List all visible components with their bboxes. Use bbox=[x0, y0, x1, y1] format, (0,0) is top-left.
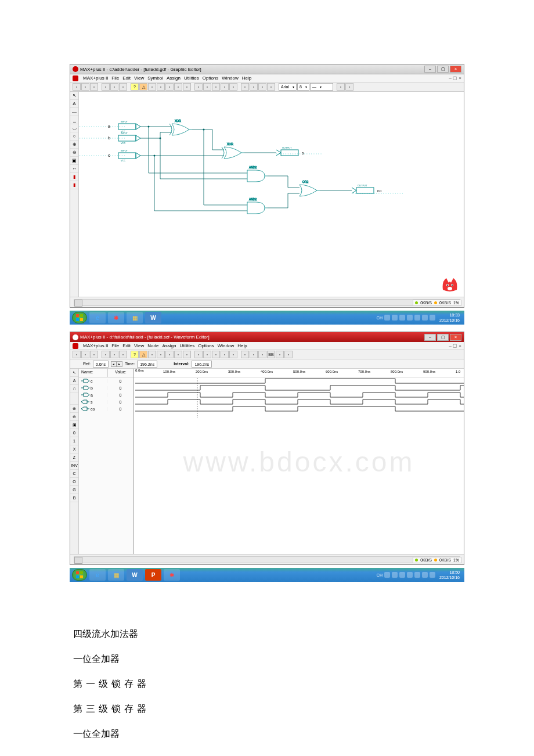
value-c-icon[interactable]: C bbox=[70, 470, 78, 478]
toolbar-button[interactable]: ▫ bbox=[337, 83, 345, 91]
toolbar-button[interactable]: ▫ bbox=[229, 351, 237, 358]
toolbar-button[interactable]: △ bbox=[139, 351, 147, 358]
toolbar-button[interactable]: ▫ bbox=[267, 83, 275, 91]
toolbar-button[interactable]: ▫ bbox=[241, 351, 249, 358]
menu-item[interactable]: MAX+plus II bbox=[83, 343, 108, 348]
minimize-button[interactable]: – bbox=[424, 334, 436, 341]
text-tool-icon[interactable]: A bbox=[70, 377, 78, 385]
toolbar-button[interactable]: ▫ bbox=[183, 83, 191, 91]
taskbar-app-icon[interactable]: ✱ bbox=[108, 312, 124, 323]
value-x-icon[interactable]: X bbox=[70, 445, 78, 453]
menu-item[interactable]: File bbox=[111, 343, 119, 348]
menu-item[interactable]: Symbol bbox=[147, 75, 163, 81]
menu-item[interactable]: Options bbox=[203, 75, 219, 81]
toolbar-button[interactable]: ▫ bbox=[194, 351, 203, 358]
fontsize-select[interactable]: 8 bbox=[297, 83, 309, 91]
menu-item[interactable]: File bbox=[111, 75, 119, 81]
tool-icon[interactable]: ▮ bbox=[70, 181, 78, 189]
tray-icon[interactable] bbox=[407, 572, 413, 578]
taskbar-app-icon[interactable]: ✱ bbox=[164, 569, 180, 581]
windows-taskbar[interactable]: e ✱ ▦ W CH 18:33 2012/10/16 bbox=[70, 311, 464, 325]
value-1-icon[interactable]: 1 bbox=[70, 437, 78, 445]
menu-item[interactable]: View bbox=[134, 75, 144, 81]
value-g-icon[interactable]: G bbox=[70, 486, 78, 494]
zoomout-tool-icon[interactable]: ⊖ bbox=[70, 149, 78, 157]
pointer-tool-icon[interactable]: ↖ bbox=[70, 369, 78, 377]
menu-item[interactable]: Help bbox=[242, 75, 251, 81]
taskbar-ie-icon[interactable]: e bbox=[89, 312, 106, 323]
linestyle-select[interactable]: — bbox=[310, 83, 333, 91]
toolbar-button[interactable]: ▫ bbox=[90, 351, 98, 358]
toolbar-button[interactable]: ▫ bbox=[110, 83, 118, 91]
toolbar-button[interactable]: ▫ bbox=[241, 83, 249, 91]
toolbar-button[interactable]: ▫ bbox=[157, 351, 165, 358]
tray-icon[interactable] bbox=[422, 315, 428, 321]
tray-icon[interactable] bbox=[414, 572, 420, 578]
menu-item[interactable]: Edit bbox=[122, 343, 131, 348]
value-b-icon[interactable]: B bbox=[70, 494, 78, 502]
toolbar-button[interactable]: ▫ bbox=[174, 351, 182, 358]
toolbar-button[interactable]: ▫ bbox=[221, 351, 229, 358]
system-tray[interactable]: CH 18:33 2012/10/16 bbox=[377, 312, 462, 323]
menu-item[interactable]: Utilities bbox=[184, 75, 199, 81]
toolbar-button[interactable]: ▫ bbox=[165, 83, 174, 91]
menu-item[interactable]: MAX+plus II bbox=[83, 75, 108, 81]
tray-icon[interactable] bbox=[399, 572, 405, 578]
menu-item[interactable]: Node bbox=[147, 343, 158, 348]
toolbar-button[interactable]: ▫ bbox=[203, 83, 211, 91]
taskbar-explorer-icon[interactable]: ▦ bbox=[127, 312, 143, 323]
pointer-tool-icon[interactable]: ↖ bbox=[70, 92, 78, 100]
line-tool-icon[interactable]: — bbox=[70, 108, 78, 116]
close-button[interactable]: × bbox=[450, 334, 461, 341]
toolbar-button[interactable]: ▫ bbox=[284, 351, 293, 358]
toolbar-button[interactable]: ▫ bbox=[229, 83, 237, 91]
app-menu-icon[interactable] bbox=[73, 343, 78, 349]
toolbar-button[interactable]: ▫ bbox=[203, 351, 211, 358]
value-z-icon[interactable]: Z bbox=[70, 453, 78, 462]
toolbar-button[interactable]: ▫ bbox=[110, 351, 118, 358]
zoomin-tool-icon[interactable]: ⊕ bbox=[70, 141, 78, 149]
taskbar-clock[interactable]: 18:33 2012/10/16 bbox=[437, 312, 462, 323]
toolbar-button[interactable]: △ bbox=[139, 83, 147, 91]
taskbar-explorer-icon[interactable]: ▦ bbox=[108, 569, 124, 581]
menu-item[interactable]: Edit bbox=[122, 75, 131, 81]
toolbar-button[interactable]: ▫ bbox=[148, 351, 156, 358]
toolbar-button[interactable]: ▫ bbox=[250, 351, 258, 358]
circle-tool-icon[interactable]: ○ bbox=[70, 132, 78, 141]
system-tray[interactable]: CH 18:50 2012/10/16 bbox=[377, 570, 462, 580]
app-menu-icon[interactable] bbox=[73, 75, 78, 81]
menu-item[interactable]: Window bbox=[222, 75, 238, 81]
fit-tool-icon[interactable]: ▣ bbox=[70, 157, 78, 165]
zoomout-icon[interactable]: ⊖ bbox=[70, 413, 78, 421]
toolbar-button[interactable]: ▫ bbox=[81, 83, 89, 91]
toolbar-button[interactable]: ▫ bbox=[73, 83, 81, 91]
window-titlebar[interactable]: MAX+plus II - c:\adder\adder - [fulladd.… bbox=[70, 64, 464, 74]
mdi-close-button[interactable]: – ▢ × bbox=[449, 75, 461, 81]
start-button[interactable] bbox=[72, 569, 87, 581]
tray-icon[interactable] bbox=[430, 572, 435, 578]
tray-icon[interactable] bbox=[384, 315, 390, 321]
maximize-button[interactable]: ▢ bbox=[437, 334, 449, 341]
signal-row[interactable]: b 0 bbox=[79, 384, 134, 391]
value-0-icon[interactable]: 0 bbox=[70, 429, 78, 437]
toolbar-button[interactable]: ▫ bbox=[212, 83, 220, 91]
tray-icon[interactable] bbox=[407, 315, 413, 321]
taskbar-clock[interactable]: 18:50 2012/10/16 bbox=[437, 570, 462, 580]
horizontal-scrollbar[interactable] bbox=[74, 556, 460, 563]
signal-row[interactable]: s 0 bbox=[79, 398, 134, 405]
toolbar-button[interactable]: ▫ bbox=[258, 351, 266, 358]
toolbar-button[interactable]: ▫ bbox=[258, 83, 266, 91]
close-button[interactable]: × bbox=[450, 66, 461, 73]
toolbar-button[interactable]: ? bbox=[131, 83, 139, 91]
taskbar-word-icon[interactable]: W bbox=[145, 312, 161, 323]
toolbar-button[interactable]: ? bbox=[131, 351, 139, 358]
toolbar-button[interactable]: BB bbox=[267, 351, 275, 358]
horizontal-scrollbar[interactable] bbox=[74, 299, 460, 306]
zoomin-icon[interactable]: ⊕ bbox=[70, 405, 78, 413]
start-button[interactable] bbox=[72, 312, 87, 323]
tool-icon[interactable]: ▮ bbox=[70, 173, 78, 181]
signal-row[interactable]: co 0 bbox=[79, 405, 134, 412]
menu-item[interactable]: Window bbox=[218, 343, 234, 348]
tray-icon[interactable] bbox=[422, 572, 428, 578]
ref-input[interactable]: 0.0ns bbox=[93, 361, 109, 368]
